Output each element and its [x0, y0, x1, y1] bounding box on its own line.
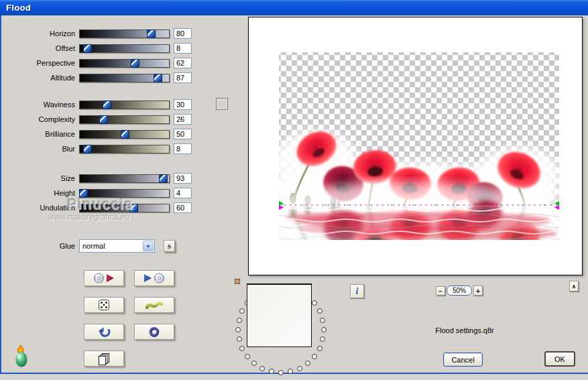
water-color-swatch[interactable]	[216, 98, 228, 110]
load-settings-button[interactable]	[134, 270, 174, 286]
zoom-level: 50%	[447, 286, 472, 296]
slider-handle[interactable]	[83, 44, 92, 53]
ok-button[interactable]: OK	[544, 351, 575, 367]
slider-track-altitude[interactable]	[79, 74, 170, 82]
flood-dialog: Flood HorizonOffsetPerspectiveAltitude W…	[0, 0, 588, 380]
slider-label: Waviness	[0, 101, 79, 109]
memory-dot[interactable]	[237, 318, 242, 323]
watermark-name: Pinuccia	[67, 196, 133, 213]
memory-dot[interactable]	[317, 308, 322, 314]
slider-row: Size	[0, 171, 201, 186]
flaming-pear-icon[interactable]	[11, 344, 32, 369]
undo-button[interactable]	[84, 324, 124, 340]
slider-track-perspective[interactable]	[79, 59, 170, 68]
slider-handle[interactable]	[103, 101, 111, 109]
value-input-blur[interactable]	[174, 143, 192, 154]
memory-dot[interactable]	[317, 346, 322, 351]
zoom-out-button[interactable]: −	[436, 286, 445, 296]
randomize-button[interactable]	[84, 297, 124, 313]
slider-handle[interactable]	[147, 29, 156, 38]
slider-handle[interactable]	[121, 130, 129, 139]
dice-icon	[98, 299, 111, 312]
reset-button[interactable]	[134, 324, 174, 340]
slider-track-waviness[interactable]	[79, 101, 170, 109]
slider-label: Brilliance	[0, 130, 79, 138]
value-input-horizon[interactable]	[174, 28, 192, 39]
slider-label: Horizon	[0, 29, 79, 38]
value-input-brilliance[interactable]	[174, 129, 192, 139]
slider-label: Perspective	[0, 59, 79, 67]
memory-dot-current[interactable]	[235, 279, 240, 284]
slider-label: Complexity	[0, 115, 79, 123]
info-button[interactable]: i	[350, 284, 364, 298]
s-button[interactable]: s	[164, 240, 175, 252]
memory-dot[interactable]	[237, 336, 242, 342]
slider-row: Horizon	[0, 26, 201, 41]
value-input-perspective[interactable]	[174, 58, 192, 68]
value-input-complexity[interactable]	[174, 114, 192, 125]
slider-handle[interactable]	[99, 115, 108, 124]
value-input-undulation[interactable]	[174, 202, 192, 213]
memory-dot[interactable]	[320, 336, 325, 342]
memory-dot[interactable]	[278, 370, 284, 375]
stacked-pages-icon	[98, 353, 110, 365]
memory-dot[interactable]	[312, 300, 317, 306]
memory-dot[interactable]	[245, 354, 250, 359]
slider-track-offset[interactable]	[79, 44, 170, 53]
save-settings-button[interactable]	[84, 270, 124, 286]
memory-dot[interactable]	[239, 308, 245, 314]
slider-handle[interactable]	[131, 59, 139, 68]
memory-preview-thumbnail	[247, 283, 312, 347]
blue-play-arrow-icon	[143, 273, 152, 283]
blue-undo-arrow-icon	[97, 326, 111, 338]
slider-track-blur[interactable]	[79, 145, 170, 153]
slider-label: Size	[0, 174, 79, 182]
wave-preset-button[interactable]	[134, 297, 174, 313]
memory-dot[interactable]	[239, 346, 245, 351]
slider-track-size[interactable]	[79, 174, 170, 183]
glue-selected-value: normal	[82, 242, 105, 250]
slider-row: Altitude	[0, 70, 201, 85]
memory-dot[interactable]	[321, 327, 327, 332]
scroll-up-button[interactable]: ∧	[569, 281, 579, 292]
memory-dot[interactable]	[235, 327, 241, 332]
value-input-size[interactable]	[174, 173, 192, 184]
tool-buttons	[84, 270, 174, 367]
slider-handle[interactable]	[83, 145, 92, 153]
memory-dot[interactable]	[297, 366, 302, 371]
slider-label: Blur	[0, 145, 79, 153]
cancel-button[interactable]: Cancel	[443, 353, 483, 367]
copy-settings-button[interactable]	[84, 351, 124, 367]
slider-label: Offset	[0, 44, 79, 52]
slider-track-complexity[interactable]	[79, 115, 170, 124]
value-input-offset[interactable]	[174, 43, 192, 54]
slider-group-water: WavinessComplexityBrillianceBlur	[0, 97, 201, 156]
memory-dot[interactable]	[251, 361, 257, 366]
titlebar[interactable]: Flood	[0, 0, 588, 15]
slider-handle[interactable]	[159, 174, 168, 183]
window-title: Flood	[6, 3, 31, 13]
glue-select[interactable]: normal ▼	[79, 239, 155, 253]
value-input-height[interactable]	[174, 188, 192, 198]
slider-row: Blur	[0, 141, 201, 156]
watermark-url: www.maidiregrafica.eu	[48, 212, 129, 222]
memory-dot[interactable]	[305, 361, 310, 366]
red-play-arrow-icon	[106, 273, 115, 283]
cd-disc-icon	[93, 273, 105, 283]
zoom-in-button[interactable]: +	[473, 286, 483, 296]
chevron-down-icon[interactable]: ▼	[143, 241, 154, 251]
slider-group-view: HorizonOffsetPerspectiveAltitude	[0, 26, 201, 85]
memory-dot[interactable]	[320, 318, 325, 323]
window-bottom-strip	[0, 374, 588, 380]
slider-track-brilliance[interactable]	[79, 130, 170, 139]
slider-track-horizon[interactable]	[79, 29, 170, 38]
slider-handle[interactable]	[154, 74, 162, 82]
value-input-waviness[interactable]	[174, 99, 192, 110]
glue-label: Glue	[0, 242, 79, 250]
preview-panel[interactable]	[248, 17, 583, 275]
memory-dot[interactable]	[312, 354, 317, 359]
value-input-altitude[interactable]	[174, 72, 192, 83]
slider-row: Perspective	[0, 56, 201, 70]
memory-dot[interactable]	[259, 366, 265, 371]
cd-disc-icon	[154, 273, 165, 283]
